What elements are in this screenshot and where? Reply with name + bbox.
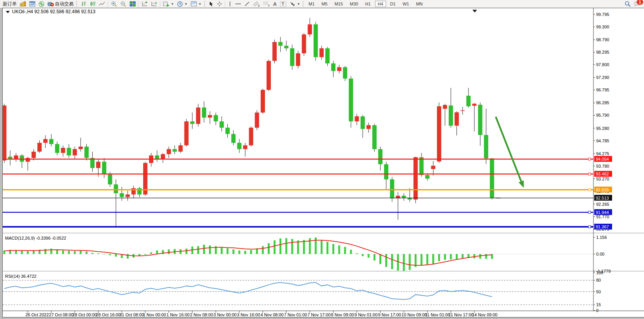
candle-bear: [219, 121, 224, 128]
candle-bear: [231, 134, 235, 143]
zoom-in-icon[interactable]: [109, 0, 119, 7]
toolbar-grip: [303, 1, 305, 7]
candle-bull: [161, 154, 165, 159]
vertical-line-tool[interactable]: [226, 0, 233, 7]
time-axis-label: 7 Nov 17:00: [307, 312, 330, 317]
hline-handle[interactable]: [588, 173, 591, 175]
rsi-axis-label: 0: [596, 308, 598, 313]
candle-bull: [249, 128, 253, 145]
template-button[interactable]: ▼: [189, 0, 203, 7]
candle-bear: [478, 105, 483, 135]
candle-bear: [84, 147, 89, 158]
market-watch-icon[interactable]: [28, 0, 37, 7]
zoom-out-icon[interactable]: [119, 0, 128, 7]
cursor-icon: [209, 1, 214, 7]
cursor-tool[interactable]: [207, 0, 215, 7]
timeframe-m5[interactable]: M5: [319, 1, 330, 7]
main-toolbar: 新订单 自动交易 ▼ ▼: [0, 0, 644, 8]
price-badge-text: 93.462: [596, 172, 609, 176]
timeframe-d1[interactable]: D1: [388, 1, 398, 7]
rsi-label: RSI(14) 36.4722: [5, 274, 37, 279]
autotrade-button[interactable]: 自动交易: [46, 0, 75, 7]
time-axis-label: 3 Nov 16:00: [237, 312, 260, 317]
toolbar-separator: [225, 1, 225, 7]
candle-bull: [26, 158, 30, 162]
candle-bear: [202, 107, 206, 117]
arrows-shapes-tool[interactable]: ▼: [288, 0, 302, 7]
gold-bars-icon: [20, 1, 26, 7]
period-clock-button[interactable]: ▼: [175, 0, 189, 7]
time-axis-label: 27 Oct 08:00: [49, 312, 74, 317]
price-badge-text: 91.944: [596, 210, 609, 215]
candle-bear: [20, 156, 24, 162]
timeframe-mn[interactable]: MN: [413, 1, 425, 7]
signals-icon[interactable]: [37, 0, 46, 7]
equidistant-channel-tool[interactable]: E: [251, 0, 261, 7]
time-axis-label: 31 Oct 08:00: [119, 312, 144, 317]
time-axis-label: 9 Nov 17:00: [378, 312, 401, 317]
hline-handle[interactable]: [588, 226, 591, 228]
chart-window: 99.79599.30098.79098.29597.80097.29096.7…: [2, 8, 644, 317]
timeframe-h4[interactable]: H4: [375, 1, 386, 7]
time-axis-label: 3 Nov 00:00: [214, 312, 237, 317]
label-tool[interactable]: T: [278, 0, 288, 7]
candle-bear: [449, 105, 453, 126]
price-axis-label: 94.275: [596, 151, 609, 156]
hline-handle[interactable]: [588, 211, 591, 214]
svg-text:T: T: [282, 2, 284, 6]
macd-axis-label: 1.156: [596, 235, 607, 240]
trendline-tool[interactable]: [243, 0, 251, 7]
toolbar-separator: [108, 1, 108, 7]
candle-bull: [196, 107, 200, 124]
search-icon[interactable]: [625, 1, 631, 7]
timeframe-m1[interactable]: M1: [306, 1, 317, 7]
new-chart-button[interactable]: ▼: [161, 0, 175, 7]
candle-bear: [349, 79, 353, 121]
crosshair-tool[interactable]: [215, 0, 224, 7]
line-chart-glyph: [99, 1, 105, 7]
chart-canvas[interactable]: 99.79599.30098.79098.29597.80097.29096.7…: [3, 8, 644, 317]
zoom-out-glyph: [120, 1, 126, 7]
candle-bull: [261, 90, 265, 112]
fibonacci-tool[interactable]: F: [261, 0, 272, 7]
price-badge-text: 91.367: [596, 224, 609, 229]
bar-chart-type-icon[interactable]: [79, 0, 88, 7]
candle-bull: [414, 157, 418, 200]
price-axis-label: 97.800: [596, 62, 609, 67]
horizontal-line-tool[interactable]: [233, 0, 243, 7]
candle-bear: [190, 121, 195, 124]
time-axis-label: 10 Nov 09:00: [402, 312, 427, 317]
hline-handle[interactable]: [588, 189, 591, 191]
candle-chart-type-icon[interactable]: [88, 0, 97, 7]
candle-bull: [367, 125, 371, 129]
chart-shift-icon[interactable]: [149, 0, 159, 7]
candle-bull: [460, 110, 465, 111]
candle-bull: [431, 166, 435, 169]
line-chart-type-icon[interactable]: [97, 0, 107, 7]
equidistant-channel-icon: E: [253, 1, 260, 7]
candle-bear: [325, 48, 330, 63]
time-axis-label: 1 Nov 16:00: [167, 312, 190, 317]
order-book-icon[interactable]: [18, 0, 28, 7]
candle-bear: [331, 63, 335, 71]
timeframe-m30[interactable]: M30: [347, 1, 361, 7]
candle-bear: [361, 116, 365, 129]
candle-bull: [184, 121, 189, 145]
price-axis-label: 97.290: [596, 75, 609, 80]
timeframe-w1[interactable]: W1: [400, 1, 412, 7]
toolbar-separator: [139, 1, 139, 7]
candle-bull: [337, 67, 341, 71]
hline-handle[interactable]: [588, 158, 591, 160]
auto-scroll-icon[interactable]: [140, 0, 149, 7]
candle-bull: [132, 188, 136, 195]
timeframe-h1[interactable]: H1: [362, 1, 373, 7]
time-axis-label: 28 Oct 16:00: [96, 312, 121, 317]
timeframe-m15[interactable]: M15: [332, 1, 346, 7]
price-axis-label: 96.285: [596, 100, 609, 105]
new-order-button[interactable]: 新订单: [1, 0, 18, 7]
candle-bear: [372, 125, 377, 149]
tile-windows-icon[interactable]: [128, 0, 137, 7]
chat-button[interactable]: 1: [634, 1, 640, 7]
text-tool[interactable]: A: [272, 0, 278, 7]
candle-bear: [378, 149, 383, 164]
